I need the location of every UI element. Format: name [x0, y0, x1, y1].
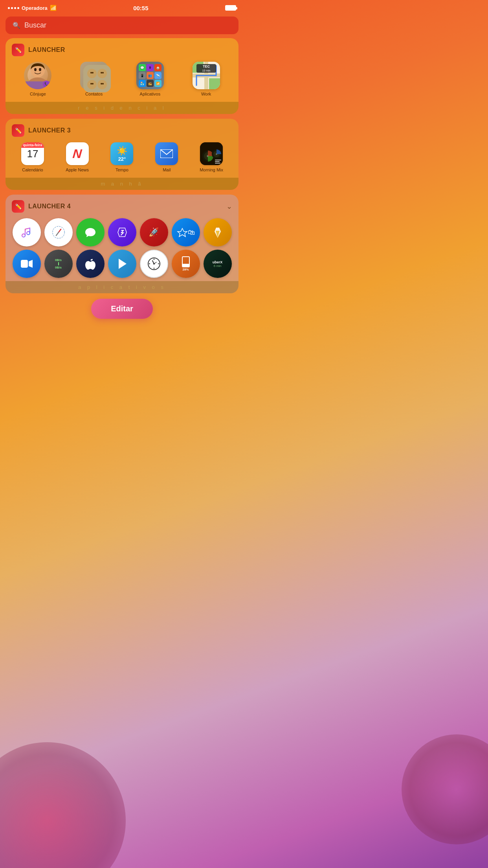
mini-more: 📶	[154, 80, 161, 87]
network-down: 0B/s	[55, 266, 62, 269]
edit-button[interactable]: Editar	[91, 299, 153, 319]
flashlight-svg	[212, 227, 223, 238]
flashlight-icon	[204, 218, 232, 246]
app-calendario[interactable]: quinta-feira 17 Calendário	[12, 142, 53, 172]
rocket-icon: 🚀	[140, 218, 168, 246]
weather-sun-icon: ☀️	[117, 146, 127, 156]
launcher1-icon: ✏️	[12, 44, 24, 56]
svg-point-6	[87, 69, 97, 78]
app-flashlight[interactable]	[203, 218, 232, 246]
cal-day-number: 17	[27, 149, 38, 159]
messages-svg	[84, 226, 96, 238]
work-icon: TEC 10 min	[193, 62, 220, 89]
contacts-icon	[80, 62, 108, 89]
morning-mix-icon	[200, 142, 223, 165]
appstore-svg	[177, 227, 188, 238]
app-news[interactable]: N Apple News	[57, 142, 98, 172]
contacts-svg	[83, 65, 111, 92]
dot2	[11, 7, 13, 9]
launcher4-row2: 0B/s 0B/s	[12, 250, 232, 278]
svg-point-11	[92, 72, 94, 74]
launcher3-footer: m a n h ã	[6, 178, 238, 190]
launcher3-widget: ✏️ LAUNCHER 3 quinta-feira 17 Calendário…	[6, 119, 238, 190]
chevron-down-icon[interactable]: ⌄	[226, 202, 232, 211]
mini-radio: 📻	[147, 80, 154, 87]
music-note-svg	[20, 225, 34, 239]
zoom-svg	[21, 259, 33, 268]
conjuge-label: Cônjuge	[30, 92, 46, 96]
launcher4-row1: 🚀 🛍	[12, 218, 232, 246]
launcher4-title: LAUNCHER 4	[28, 203, 71, 210]
app-conjuge[interactable]: 📞 Cônjuge	[12, 62, 64, 96]
app-battery[interactable]: 28%	[171, 250, 200, 278]
svg-rect-37	[215, 160, 221, 160]
dot3	[14, 7, 16, 9]
morning-mix-svg	[200, 142, 223, 165]
launcher3-icon: ✏️	[12, 124, 24, 137]
mini-home: 🏠	[154, 64, 161, 71]
app-work[interactable]: TEC 10 min Work	[180, 62, 232, 96]
svg-point-10	[90, 72, 92, 74]
search-bar[interactable]: 🔍 Buscar	[6, 17, 238, 34]
news-n-letter: N	[72, 147, 83, 161]
battery-display: 28%	[182, 256, 190, 271]
safari-svg	[51, 225, 66, 239]
svg-text:TEC: TEC	[203, 64, 210, 68]
launcher1-app-grid: 📞 Cônjuge	[12, 62, 232, 96]
launcher1-widget: ✏️ LAUNCHER	[6, 38, 238, 114]
svg-rect-22	[209, 78, 220, 89]
dot4	[17, 7, 19, 9]
app-aplicativos[interactable]: 💬 🎙 🏠 📱 👥 📡 🏪 📻 📶 Aplicativos	[124, 62, 176, 96]
mail-label: Mail	[163, 167, 171, 172]
svg-point-14	[90, 83, 92, 85]
mini-wifi: 📡	[154, 72, 161, 79]
launcher1-header: ✏️ LAUNCHER	[12, 44, 232, 56]
app-uber[interactable]: uberX 6 min	[203, 250, 232, 278]
svg-point-12	[101, 72, 102, 74]
rocket-emoji: 🚀	[149, 227, 159, 237]
battery-fill	[183, 264, 189, 267]
app-appstore[interactable]: 🛍	[171, 218, 200, 246]
launcher4-widget: ✏️ LAUNCHER 4 ⌄	[6, 195, 238, 293]
status-left: Operadora 📶	[8, 5, 57, 11]
news-label: Apple News	[66, 167, 89, 172]
launcher3-title: LAUNCHER 3	[28, 127, 71, 134]
shortcuts-icon	[108, 218, 136, 246]
safari-icon	[44, 218, 73, 246]
app-apple[interactable]	[75, 250, 105, 278]
app-play[interactable]	[107, 250, 137, 278]
app-rocket[interactable]: 🚀	[139, 218, 169, 246]
zoom-icon	[13, 250, 41, 278]
spouse-icon: 📞	[24, 62, 51, 89]
app-messages[interactable]	[75, 218, 105, 246]
launcher3-header: ✏️ LAUNCHER 3	[12, 124, 232, 137]
wifi-icon: 📶	[50, 5, 57, 11]
weather-icon: ☀️ 22°	[110, 142, 133, 165]
carrier-label: Operadora	[22, 5, 48, 11]
network-display: 0B/s 0B/s	[55, 258, 62, 269]
uber-icon: uberX 6 min	[204, 250, 232, 278]
cal-day-name: quinta-feira	[21, 142, 44, 148]
app-clock[interactable]	[139, 250, 169, 278]
uber-time: 6 min	[214, 264, 222, 268]
appstore-icon: 🛍	[172, 218, 200, 246]
launcher4-icon: ✏️	[12, 200, 24, 213]
mini-podcasts: 🎙	[147, 64, 154, 71]
battery-outline	[182, 256, 190, 267]
app-safari[interactable]	[44, 218, 73, 246]
app-contatos[interactable]: Contatos	[68, 62, 120, 96]
mail-icon	[155, 142, 178, 165]
app-tempo[interactable]: ☀️ 22° Tempo	[101, 142, 143, 172]
app-morning-mix[interactable]: Morning Mix	[191, 142, 232, 172]
network-up: 0B/s	[55, 258, 62, 262]
clock-icon	[140, 250, 168, 278]
app-zoom[interactable]	[12, 250, 41, 278]
svg-rect-47	[21, 260, 28, 268]
app-shortcuts[interactable]	[107, 218, 137, 246]
time-display: 00:55	[133, 5, 148, 11]
app-mail[interactable]: Mail	[146, 142, 187, 172]
app-music[interactable]	[12, 218, 41, 246]
app-network[interactable]: 0B/s 0B/s	[44, 250, 73, 278]
clock-svg	[147, 257, 161, 270]
svg-point-8	[87, 80, 97, 89]
